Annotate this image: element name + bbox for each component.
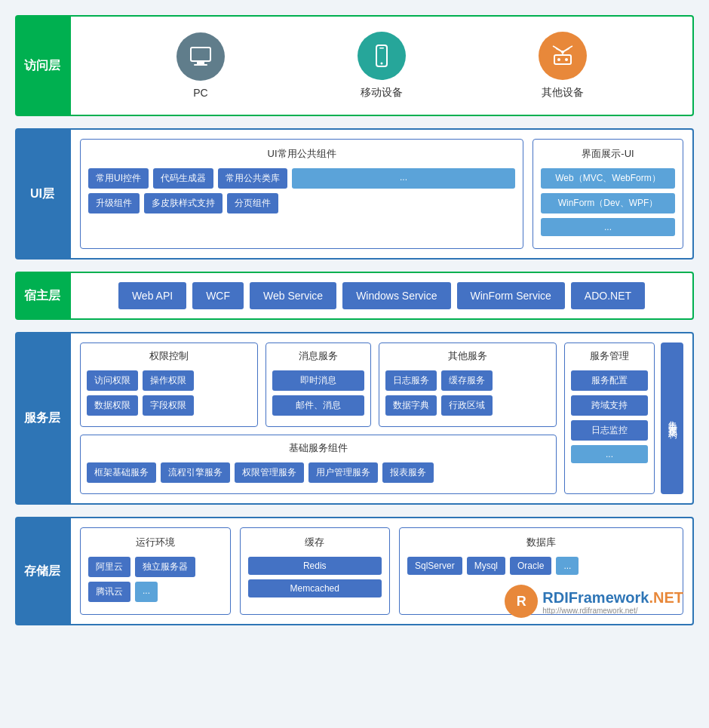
db-row: SqlServer Mysql Oracle ... [407, 557, 675, 575]
service-mgmt-title: 服务管理 [571, 349, 648, 363]
host-tags: Web API WCF Web Service Windows Service … [80, 282, 683, 309]
ui-more-row: ... [541, 218, 675, 236]
svg-rect-0 [191, 48, 210, 61]
tag-frame-basic: 框架基础服务 [87, 462, 156, 483]
other-device-icon [539, 32, 587, 80]
access-layer-label: 访问层 [15, 15, 69, 116]
tag-report: 报表服务 [382, 462, 434, 483]
tag-svc-more: ... [571, 445, 648, 463]
access-layer: 访问层 PC [15, 15, 694, 116]
device-other: 其他设备 [539, 32, 587, 100]
basic-row: 框架基础服务 流程引擎服务 权限管理服务 用户管理服务 报表服务 [87, 462, 550, 483]
svc-mgmt-row-2: 跨域支持 [571, 395, 648, 416]
mobile-icon [358, 32, 406, 80]
tag-standalone: 独立服务器 [135, 557, 195, 577]
tag-tencent: 腾讯云 [88, 582, 130, 602]
ui-layer-label: UI层 [15, 128, 69, 260]
ui-common-title: UI常用公共组件 [88, 147, 515, 161]
service-mgmt-box: 服务管理 服务配置 跨域支持 日志监控 ... [564, 342, 655, 494]
ui-layer-content: UI常用公共组件 常用UI控件 代码生成器 常用公共类库 ... 升级组件 多皮… [69, 128, 694, 260]
host-webservice: Web Service [250, 282, 336, 309]
ui-common-components: UI常用公共组件 常用UI控件 代码生成器 常用公共类库 ... 升级组件 多皮… [80, 139, 523, 249]
tag-data-dict: 数据字典 [385, 395, 437, 416]
tag-web-mvc: Web（MVC、WebForm） [541, 168, 675, 189]
storage-layer: 存储层 运行环境 阿里云 独立服务器 腾讯云 ... [15, 517, 694, 625]
ui-inner: UI常用公共组件 常用UI控件 代码生成器 常用公共类库 ... 升级组件 多皮… [80, 139, 683, 249]
msg-row-1: 即时消息 [272, 370, 364, 391]
service-top-row: 权限控制 访问权限 操作权限 数据权限 字段权限 [80, 342, 557, 427]
tag-redis: Redis [248, 557, 382, 575]
rdi-url: http://www.rdiframework.net/ [542, 607, 683, 615]
svc-mgmt-row-1: 服务配置 [571, 370, 648, 391]
basic-service-title: 基础服务组件 [87, 441, 550, 455]
device-mobile: 移动设备 [358, 32, 406, 100]
svc-mgmt-row-4: ... [571, 445, 648, 463]
tag-memcached: Memcached [248, 579, 382, 597]
tag-runtime-more: ... [135, 582, 158, 602]
device-pc: PC [176, 32, 225, 99]
watermark: R RDIFramework.NET http://www.rdiframewo… [505, 585, 683, 618]
other-device-label: 其他设备 [542, 86, 584, 100]
access-row-2: 数据权限 字段权限 [87, 395, 251, 416]
tag-upgrade: 升级组件 [88, 193, 140, 213]
message-service-box: 消息服务 即时消息 邮件、消息 [265, 342, 371, 427]
other-services-title: 其他服务 [385, 349, 550, 363]
host-layer-content: Web API WCF Web Service Windows Service … [69, 272, 694, 320]
tag-email-msg: 邮件、消息 [272, 395, 364, 416]
service-layer: 服务层 权限控制 访问权限 操作权限 [15, 332, 694, 505]
tag-db-more: ... [556, 557, 579, 575]
message-service-title: 消息服务 [272, 349, 364, 363]
pc-icon [176, 32, 225, 81]
tag-field-perm: 字段权限 [143, 395, 194, 416]
tag-op-perm: 操作权限 [143, 370, 194, 391]
svg-point-4 [381, 63, 383, 65]
svg-point-8 [565, 58, 568, 61]
access-layer-content: PC 移动设备 [69, 15, 694, 116]
ui-display-title: 界面展示-UI [541, 147, 675, 161]
service-inner: 权限控制 访问权限 操作权限 数据权限 字段权限 [80, 342, 683, 494]
runtime-title: 运行环境 [88, 536, 223, 549]
service-main: 权限控制 访问权限 操作权限 数据权限 字段权限 [80, 342, 557, 494]
tag-oracle: Oracle [510, 557, 551, 575]
architecture-diagram: 访问层 PC [15, 15, 694, 625]
rdi-brand-name: RDIFramework.NET [542, 588, 683, 607]
access-control-title: 权限控制 [87, 349, 251, 363]
host-adonet: ADO.NET [571, 282, 645, 309]
svc-mgmt-row-3: 日志监控 [571, 420, 648, 441]
host-windows-service: Windows Service [342, 282, 450, 309]
tag-visit-perm: 访问权限 [87, 370, 138, 391]
service-right-panel: 服务管理 服务配置 跨域支持 日志监控 ... [564, 342, 683, 494]
runtime-box: 运行环境 阿里云 独立服务器 腾讯云 ... [80, 527, 231, 615]
storage-layer-label: 存储层 [15, 517, 69, 625]
host-winform-service: WinForm Service [457, 282, 565, 309]
tag-data-perm: 数据权限 [87, 395, 138, 416]
host-webapi: Web API [118, 282, 186, 309]
tag-mysql: Mysql [467, 557, 505, 575]
tag-code-gen: 代码生成器 [153, 168, 213, 189]
cache-title: 缓存 [248, 536, 382, 549]
tag-cache-service: 缓存服务 [441, 370, 493, 391]
tag-ui-controls: 常用UI控件 [88, 168, 149, 189]
runtime-row-1: 阿里云 独立服务器 [88, 557, 223, 577]
tag-log-service: 日志服务 [385, 370, 437, 391]
access-icons: PC 移动设备 [80, 26, 683, 106]
database-title: 数据库 [407, 536, 675, 549]
tag-sqlserver: SqlServer [407, 557, 462, 575]
ui-row-1: 常用UI控件 代码生成器 常用公共类库 ... [88, 168, 515, 189]
rdi-logo-icon: R [505, 585, 538, 618]
cache-row-2: Memcached [248, 579, 382, 597]
basic-service-box: 基础服务组件 框架基础服务 流程引擎服务 权限管理服务 用户管理服务 报表服务 [80, 435, 557, 494]
cache-box: 缓存 Redis Memcached [240, 527, 391, 615]
svg-rect-6 [554, 55, 571, 64]
host-layer-label: 宿主层 [15, 272, 69, 320]
rdi-brand-text: RDIFramework.NET http://www.rdiframework… [542, 588, 683, 615]
tag-cross-domain: 跨域支持 [571, 395, 648, 416]
other-row-1: 日志服务 缓存服务 [385, 370, 550, 391]
tag-perm-mgmt: 权限管理服务 [235, 462, 304, 483]
ui-layer: UI层 UI常用公共组件 常用UI控件 代码生成器 常用公共类库 ... 升级组… [15, 128, 694, 260]
host-layer: 宿主层 Web API WCF Web Service Windows Serv… [15, 272, 694, 320]
tag-skin: 多皮肤样式支持 [144, 193, 223, 213]
ui-winform-row: WinForm（Dev、WPF） [541, 193, 675, 213]
tag-svc-config: 服务配置 [571, 370, 648, 391]
svg-rect-1 [197, 61, 204, 64]
